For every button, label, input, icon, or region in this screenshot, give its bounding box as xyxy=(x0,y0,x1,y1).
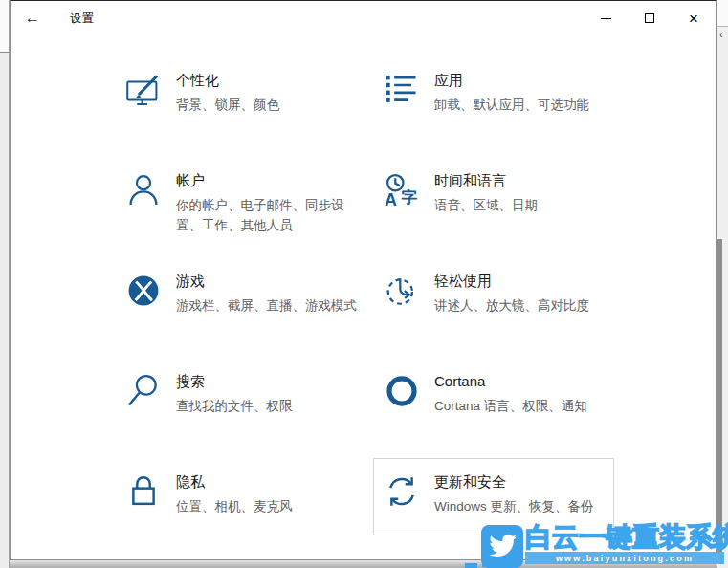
tile-title: 个性化 xyxy=(176,72,279,90)
back-arrow-icon: ← xyxy=(25,9,41,28)
icon-letter-a: A xyxy=(385,190,397,208)
close-icon: × xyxy=(689,11,698,27)
ease-of-access-icon xyxy=(384,273,420,309)
chevron-left-icon: ‹ xyxy=(719,29,723,40)
tile-subtitle: 卸载、默认应用、可选功能 xyxy=(434,96,589,116)
gaming-icon xyxy=(125,273,162,309)
time-language-icon: A 字 xyxy=(384,172,420,208)
maximize-button[interactable] xyxy=(628,1,672,35)
tile-time-language[interactable]: A 字 时间和语言 语音、区域、日期 xyxy=(384,163,661,263)
tile-title: 搜索 xyxy=(176,373,293,391)
background-window-right-edge: ‹ xyxy=(717,0,728,568)
background-scrollbar-thumb[interactable] xyxy=(717,239,722,564)
tile-subtitle: Cortana 语言、权限、通知 xyxy=(434,397,587,417)
tile-cortana[interactable]: Cortana Cortana 语言、权限、通知 xyxy=(384,363,661,464)
minimize-button[interactable] xyxy=(584,1,628,35)
minimize-icon xyxy=(601,18,611,19)
desktop-screenshot: ‹ ← 设置 × xyxy=(0,0,728,568)
maximize-icon xyxy=(645,13,654,23)
tile-subtitle: Windows 更新、恢复、备份 xyxy=(434,497,594,517)
tile-personalization[interactable]: 个性化 背景、锁屏、颜色 xyxy=(125,62,384,163)
watermark-brand-text: 白云一键重装系统 xyxy=(525,519,726,556)
watermark-bird-logo xyxy=(481,525,523,568)
background-window-left-edge xyxy=(0,0,10,568)
tile-subtitle: 背景、锁屏、颜色 xyxy=(176,96,279,116)
tile-title: Cortana xyxy=(434,373,587,391)
privacy-icon xyxy=(125,473,162,510)
tile-subtitle: 位置、相机、麦克风 xyxy=(176,497,293,517)
tile-subtitle: 讲述人、放大镜、高对比度 xyxy=(434,296,589,317)
apps-icon xyxy=(384,72,420,108)
tile-ease-of-access[interactable]: 轻松使用 讲述人、放大镜、高对比度 xyxy=(384,263,661,363)
settings-category-grid: 个性化 背景、锁屏、颜色 应用 卸载、默认应用、可 xyxy=(125,62,661,564)
accounts-icon xyxy=(125,172,162,208)
tile-apps[interactable]: 应用 卸载、默认应用、可选功能 xyxy=(384,62,661,163)
watermark-url: www.baiyunxitong.com xyxy=(525,552,724,564)
tile-title: 隐私 xyxy=(176,473,293,492)
tile-title: 更新和安全 xyxy=(434,473,594,492)
back-button[interactable]: ← xyxy=(11,1,55,35)
close-button[interactable]: × xyxy=(672,1,716,35)
tile-subtitle: 查找我的文件、权限 xyxy=(176,397,293,417)
tile-title: 帐户 xyxy=(176,172,344,190)
tile-title: 应用 xyxy=(434,72,589,90)
tile-title: 轻松使用 xyxy=(434,273,589,291)
titlebar: ← 设置 × xyxy=(11,1,716,35)
tile-subtitle: 语音、区域、日期 xyxy=(434,196,538,216)
settings-window: ← 设置 × 个性化 xyxy=(10,0,717,560)
tile-subtitle: 你的帐户、电子邮件、同步设 置、工作、其他人员 xyxy=(176,196,344,236)
update-security-icon xyxy=(384,473,420,510)
search-icon xyxy=(125,373,162,409)
tile-gaming[interactable]: 游戏 游戏栏、截屏、直播、游戏模式 xyxy=(125,263,384,363)
icon-char-zi: 字 xyxy=(401,188,417,207)
bird-icon xyxy=(487,534,518,560)
tile-title: 游戏 xyxy=(176,273,357,291)
tile-search[interactable]: 搜索 查找我的文件、权限 xyxy=(125,363,384,464)
tile-subtitle: 游戏栏、截屏、直播、游戏模式 xyxy=(176,296,357,317)
tile-privacy[interactable]: 隐私 位置、相机、麦克风 xyxy=(125,464,384,564)
tile-title: 时间和语言 xyxy=(434,172,538,190)
window-title: 设置 xyxy=(70,11,95,27)
cortana-icon xyxy=(384,373,420,409)
personalization-icon xyxy=(125,72,162,108)
tile-accounts[interactable]: 帐户 你的帐户、电子邮件、同步设 置、工作、其他人员 xyxy=(125,163,384,263)
